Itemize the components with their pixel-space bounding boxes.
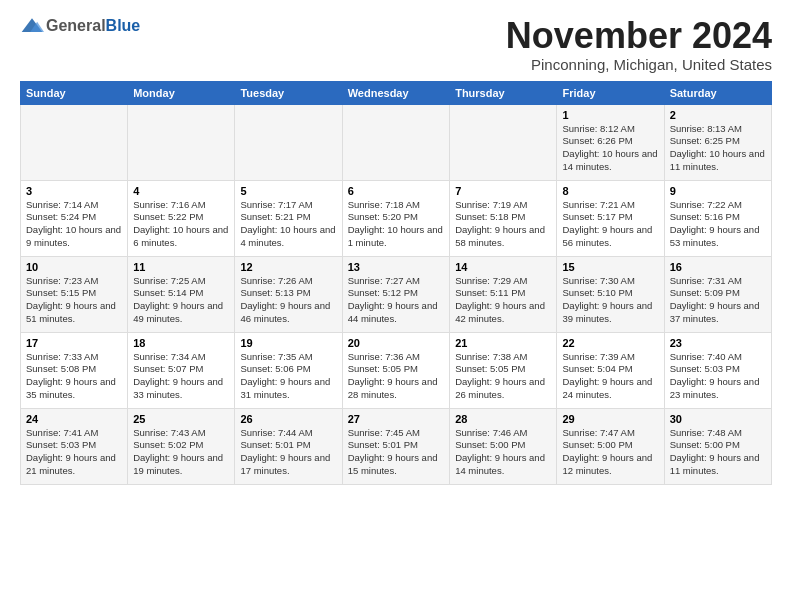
day-number: 23 — [670, 337, 766, 349]
day-info: Sunrise: 7:46 AM Sunset: 5:00 PM Dayligh… — [455, 427, 551, 478]
day-info: Sunrise: 7:26 AM Sunset: 5:13 PM Dayligh… — [240, 275, 336, 326]
logo-blue-text: Blue — [106, 17, 141, 35]
table-row: 22Sunrise: 7:39 AM Sunset: 5:04 PM Dayli… — [557, 332, 664, 408]
table-row — [235, 104, 342, 180]
table-row: 4Sunrise: 7:16 AM Sunset: 5:22 PM Daylig… — [128, 180, 235, 256]
day-number: 29 — [562, 413, 658, 425]
location: Pinconning, Michigan, United States — [506, 56, 772, 73]
day-info: Sunrise: 7:48 AM Sunset: 5:00 PM Dayligh… — [670, 427, 766, 478]
calendar-week-1: 1Sunrise: 8:12 AM Sunset: 6:26 PM Daylig… — [21, 104, 772, 180]
calendar-week-4: 17Sunrise: 7:33 AM Sunset: 5:08 PM Dayli… — [21, 332, 772, 408]
day-number: 10 — [26, 261, 122, 273]
day-number: 13 — [348, 261, 444, 273]
day-number: 18 — [133, 337, 229, 349]
table-row: 25Sunrise: 7:43 AM Sunset: 5:02 PM Dayli… — [128, 408, 235, 484]
day-info: Sunrise: 7:18 AM Sunset: 5:20 PM Dayligh… — [348, 199, 444, 250]
table-row: 13Sunrise: 7:27 AM Sunset: 5:12 PM Dayli… — [342, 256, 449, 332]
day-info: Sunrise: 7:47 AM Sunset: 5:00 PM Dayligh… — [562, 427, 658, 478]
table-row: 20Sunrise: 7:36 AM Sunset: 5:05 PM Dayli… — [342, 332, 449, 408]
day-number: 9 — [670, 185, 766, 197]
calendar: Sunday Monday Tuesday Wednesday Thursday… — [20, 81, 772, 485]
day-number: 19 — [240, 337, 336, 349]
day-info: Sunrise: 7:31 AM Sunset: 5:09 PM Dayligh… — [670, 275, 766, 326]
day-number: 28 — [455, 413, 551, 425]
col-thursday: Thursday — [450, 81, 557, 104]
day-number: 26 — [240, 413, 336, 425]
table-row: 26Sunrise: 7:44 AM Sunset: 5:01 PM Dayli… — [235, 408, 342, 484]
day-number: 24 — [26, 413, 122, 425]
day-info: Sunrise: 7:17 AM Sunset: 5:21 PM Dayligh… — [240, 199, 336, 250]
table-row — [128, 104, 235, 180]
col-sunday: Sunday — [21, 81, 128, 104]
day-info: Sunrise: 7:29 AM Sunset: 5:11 PM Dayligh… — [455, 275, 551, 326]
table-row: 5Sunrise: 7:17 AM Sunset: 5:21 PM Daylig… — [235, 180, 342, 256]
table-row: 18Sunrise: 7:34 AM Sunset: 5:07 PM Dayli… — [128, 332, 235, 408]
col-monday: Monday — [128, 81, 235, 104]
table-row: 6Sunrise: 7:18 AM Sunset: 5:20 PM Daylig… — [342, 180, 449, 256]
month-title: November 2024 — [506, 16, 772, 56]
calendar-week-3: 10Sunrise: 7:23 AM Sunset: 5:15 PM Dayli… — [21, 256, 772, 332]
page: GeneralBlue November 2024 Pinconning, Mi… — [0, 0, 792, 495]
table-row: 16Sunrise: 7:31 AM Sunset: 5:09 PM Dayli… — [664, 256, 771, 332]
table-row: 7Sunrise: 7:19 AM Sunset: 5:18 PM Daylig… — [450, 180, 557, 256]
table-row: 11Sunrise: 7:25 AM Sunset: 5:14 PM Dayli… — [128, 256, 235, 332]
day-number: 8 — [562, 185, 658, 197]
table-row: 27Sunrise: 7:45 AM Sunset: 5:01 PM Dayli… — [342, 408, 449, 484]
day-info: Sunrise: 7:27 AM Sunset: 5:12 PM Dayligh… — [348, 275, 444, 326]
day-number: 4 — [133, 185, 229, 197]
day-info: Sunrise: 7:36 AM Sunset: 5:05 PM Dayligh… — [348, 351, 444, 402]
day-number: 27 — [348, 413, 444, 425]
col-friday: Friday — [557, 81, 664, 104]
day-info: Sunrise: 7:40 AM Sunset: 5:03 PM Dayligh… — [670, 351, 766, 402]
table-row: 28Sunrise: 7:46 AM Sunset: 5:00 PM Dayli… — [450, 408, 557, 484]
day-number: 21 — [455, 337, 551, 349]
day-number: 20 — [348, 337, 444, 349]
table-row: 21Sunrise: 7:38 AM Sunset: 5:05 PM Dayli… — [450, 332, 557, 408]
table-row: 3Sunrise: 7:14 AM Sunset: 5:24 PM Daylig… — [21, 180, 128, 256]
table-row: 2Sunrise: 8:13 AM Sunset: 6:25 PM Daylig… — [664, 104, 771, 180]
table-row — [21, 104, 128, 180]
calendar-week-2: 3Sunrise: 7:14 AM Sunset: 5:24 PM Daylig… — [21, 180, 772, 256]
day-info: Sunrise: 7:38 AM Sunset: 5:05 PM Dayligh… — [455, 351, 551, 402]
day-info: Sunrise: 7:25 AM Sunset: 5:14 PM Dayligh… — [133, 275, 229, 326]
col-tuesday: Tuesday — [235, 81, 342, 104]
day-info: Sunrise: 7:39 AM Sunset: 5:04 PM Dayligh… — [562, 351, 658, 402]
logo-general-text: General — [46, 17, 106, 35]
col-saturday: Saturday — [664, 81, 771, 104]
day-info: Sunrise: 8:13 AM Sunset: 6:25 PM Dayligh… — [670, 123, 766, 174]
table-row: 9Sunrise: 7:22 AM Sunset: 5:16 PM Daylig… — [664, 180, 771, 256]
table-row: 10Sunrise: 7:23 AM Sunset: 5:15 PM Dayli… — [21, 256, 128, 332]
day-number: 25 — [133, 413, 229, 425]
table-row: 19Sunrise: 7:35 AM Sunset: 5:06 PM Dayli… — [235, 332, 342, 408]
day-info: Sunrise: 7:21 AM Sunset: 5:17 PM Dayligh… — [562, 199, 658, 250]
day-number: 15 — [562, 261, 658, 273]
day-info: Sunrise: 7:33 AM Sunset: 5:08 PM Dayligh… — [26, 351, 122, 402]
day-number: 3 — [26, 185, 122, 197]
col-wednesday: Wednesday — [342, 81, 449, 104]
table-row: 30Sunrise: 7:48 AM Sunset: 5:00 PM Dayli… — [664, 408, 771, 484]
day-number: 30 — [670, 413, 766, 425]
day-number: 5 — [240, 185, 336, 197]
logo-icon — [20, 16, 44, 36]
table-row: 15Sunrise: 7:30 AM Sunset: 5:10 PM Dayli… — [557, 256, 664, 332]
day-number: 14 — [455, 261, 551, 273]
header: GeneralBlue November 2024 Pinconning, Mi… — [20, 16, 772, 73]
day-info: Sunrise: 7:22 AM Sunset: 5:16 PM Dayligh… — [670, 199, 766, 250]
day-info: Sunrise: 7:43 AM Sunset: 5:02 PM Dayligh… — [133, 427, 229, 478]
day-info: Sunrise: 7:35 AM Sunset: 5:06 PM Dayligh… — [240, 351, 336, 402]
day-number: 12 — [240, 261, 336, 273]
table-row: 8Sunrise: 7:21 AM Sunset: 5:17 PM Daylig… — [557, 180, 664, 256]
day-info: Sunrise: 7:34 AM Sunset: 5:07 PM Dayligh… — [133, 351, 229, 402]
day-number: 7 — [455, 185, 551, 197]
day-info: Sunrise: 8:12 AM Sunset: 6:26 PM Dayligh… — [562, 123, 658, 174]
logo: GeneralBlue — [20, 16, 140, 36]
day-info: Sunrise: 7:30 AM Sunset: 5:10 PM Dayligh… — [562, 275, 658, 326]
day-number: 16 — [670, 261, 766, 273]
title-area: November 2024 Pinconning, Michigan, Unit… — [506, 16, 772, 73]
calendar-body: 1Sunrise: 8:12 AM Sunset: 6:26 PM Daylig… — [21, 104, 772, 484]
day-number: 11 — [133, 261, 229, 273]
day-number: 1 — [562, 109, 658, 121]
table-row: 29Sunrise: 7:47 AM Sunset: 5:00 PM Dayli… — [557, 408, 664, 484]
day-number: 2 — [670, 109, 766, 121]
table-row: 23Sunrise: 7:40 AM Sunset: 5:03 PM Dayli… — [664, 332, 771, 408]
